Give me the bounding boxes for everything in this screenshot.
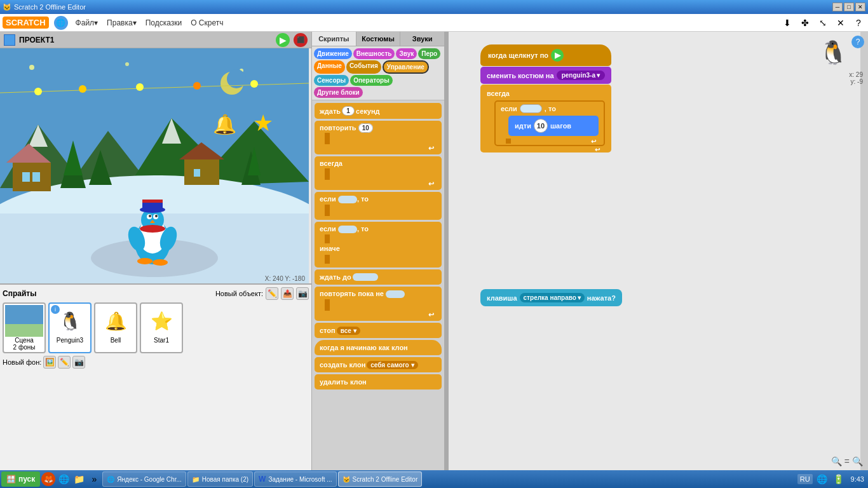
block-wait[interactable]: ждать 1 секунд [315,103,442,119]
sprite-bell[interactable]: 🔔 Bell [94,302,137,353]
scripts-scrollbar[interactable] [860,32,868,470]
corner-x: x: 29 [849,71,863,78]
zoom-reset-button[interactable]: = [844,456,850,466]
cat-control[interactable]: Управление [383,60,429,74]
sprites-list: Сцена2 фоны i 🐧 Penguin3 🔔 Bell ⭐ [3,302,309,353]
script-if[interactable]: если , то идти 10 шагов ↩ [494,100,605,146]
script-change-costume[interactable]: сменить костюм на penguin3-a ▾ [480,67,611,84]
sprite-info-icon[interactable]: i [51,305,60,314]
new-bg-section: Новый фон: 🖼️ ✏️ 📷 [3,356,309,369]
download-icon[interactable]: ⬇ [780,16,794,30]
folder-label: Новая папка (2) [202,476,248,483]
script-forever[interactable]: всегда если , то идти 10 шагов [480,85,611,152]
sprite-penguin3[interactable]: i 🐧 Penguin3 [48,302,92,353]
green-flag-button[interactable]: ▶ [276,33,290,47]
block-if[interactable]: если , то [315,192,442,220]
camera-bg-button[interactable]: 📷 [72,356,85,369]
taskbar-ie-icon[interactable]: 🌐 [57,472,71,486]
upload-bg-button[interactable]: ✏️ [58,356,71,369]
block-if-else[interactable]: если , то иначе [315,222,442,268]
file-menu[interactable]: Файл▾ [72,17,102,29]
paint-sprite-button[interactable]: ✏️ [266,287,278,300]
edit-menu[interactable]: Правка▾ [103,17,140,29]
taskbar-more-icon[interactable]: » [87,472,101,486]
left-panel: ПРОЕКТ1 ▶ ⬛ [0,32,311,470]
svg-point-47 [153,259,168,266]
taskbar-app-word[interactable]: W Задание - Microsoft ... [254,471,337,487]
block-stop[interactable]: стоп все ▾ [315,323,442,338]
block-repeat[interactable]: повторить 10 ↩ [315,121,442,154]
block-delete-clone[interactable]: удалить клон [315,374,442,390]
fullscreen-icon[interactable]: ✤ [798,16,812,30]
block-repeat-until[interactable]: повторять пока не ↩ [315,287,442,321]
hints-menu[interactable]: Подсказки [142,17,186,29]
forever-label: всегда [487,88,605,100]
cat-events[interactable]: События [346,60,381,74]
costume-arrow: ▾ [597,72,600,79]
start-button[interactable]: 🪟 пуск [1,471,40,487]
zoom-out-button[interactable]: 🔍 [852,456,863,466]
tabs: Скрипты Костюмы Звуки [312,32,444,46]
block-when-clone-start[interactable]: когда я начинаю как клон [315,340,442,355]
yandex-label: Яндекс - Google Chr... [117,476,181,483]
close-button[interactable]: ✕ [855,3,865,11]
cat-appearance[interactable]: Внешность [353,48,395,59]
move-steps-input[interactable]: 10 [534,119,548,133]
cat-sensors[interactable]: Сенсоры [314,75,349,86]
svg-rect-21 [22,172,30,182]
zoom-in-button[interactable]: 🔍 [831,456,842,466]
globe-icon[interactable]: 🌐 [54,16,68,30]
minimize-button[interactable]: ─ [832,3,843,11]
help-button[interactable]: ? [851,36,864,48]
when-flag-label: когда щелкнут по [488,51,548,59]
cat-data[interactable]: Данные [314,60,345,74]
block-wait-until[interactable]: ждать до [315,269,442,285]
tab-scripts[interactable]: Скрипты [312,32,356,46]
block-create-clone[interactable]: создать клон себя самого ▾ [315,357,442,372]
about-menu[interactable]: О Скретч [187,17,227,29]
camera-sprite-button[interactable]: 📷 [296,287,309,300]
windows-icon: 🪟 [6,475,16,484]
taskbar-folder-icon[interactable]: 📁 [72,472,86,486]
paint-bg-button[interactable]: 🖼️ [43,356,56,369]
scratch-logo: SCRATCH [3,17,49,29]
maximize-button[interactable]: □ [844,3,854,11]
folder-icon: 📁 [192,476,200,483]
stop-button[interactable]: ⬛ [294,33,308,47]
taskbar-app-yandex[interactable]: 🌐 Яндекс - Google Chr... [102,471,186,487]
tab-costumes[interactable]: Костюмы [356,32,401,46]
upload-sprite-button[interactable]: 📤 [281,287,294,300]
yandex-icon: 🌐 [107,476,114,483]
scripts-area[interactable]: ? 🐧 x: 29 y: -9 когда щелкнут по ▶ смени… [449,32,868,470]
sprite-star1[interactable]: ⭐ Star1 [140,302,183,353]
cat-pen[interactable]: Перо [418,48,440,59]
script-move[interactable]: идти 10 шагов [508,116,599,136]
penguin-label: Penguin3 [51,337,89,344]
taskbar-app-scratch[interactable]: 🐱 Scratch 2 Offline Editor [338,471,423,487]
svg-point-7 [34,88,42,95]
cat-more-blocks[interactable]: Другие блоки [314,87,363,98]
costume-dropdown[interactable]: penguin3-a ▾ [557,71,605,80]
cat-movement[interactable]: Движение [314,48,352,59]
help-icon[interactable]: ? [851,16,865,30]
project-name: ПРОЕКТ1 [19,36,272,44]
script-when-flag[interactable]: когда щелкнут по ▶ [480,44,611,66]
stage-header: ПРОЕКТ1 ▶ ⬛ [0,32,311,48]
titlebar-title: Scratch 2 Offline Editor [14,3,86,11]
cat-operators[interactable]: Операторы [350,75,393,86]
stop-dropdown[interactable]: все ▾ [337,327,360,335]
resize-icon[interactable]: ⤡ [816,16,830,30]
sprites-title: Спрайты [3,289,36,298]
svg-point-43 [140,225,165,233]
cat-sound[interactable]: Звук [396,48,417,59]
scene-thumbnail[interactable]: Сцена2 фоны [3,302,46,353]
key-dropdown[interactable]: стрелка направо ▾ [520,293,585,302]
script-key-pressed[interactable]: клавиша стрелка направо ▾ нажата? [480,289,622,306]
tab-sounds[interactable]: Звуки [400,32,444,46]
clone-dropdown[interactable]: себя самого ▾ [367,361,417,369]
taskbar-app-folder[interactable]: 📁 Новая папка (2) [187,471,253,487]
close-icon[interactable]: ✕ [834,16,848,30]
lang-indicator[interactable]: RU [797,474,813,484]
block-forever[interactable]: всегда ↩ [315,156,442,190]
taskbar-firefox-icon[interactable]: 🦊 [41,472,55,486]
